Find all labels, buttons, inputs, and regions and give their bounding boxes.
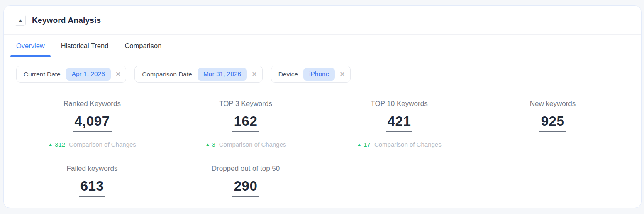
stats-grid: Ranked Keywords 4,097 ▲ 312 Comparison o… bbox=[4, 100, 641, 197]
stat-new-keywords: New keywords 925 bbox=[476, 100, 629, 148]
stat-value-link[interactable]: 925 bbox=[539, 113, 566, 132]
filter-chip-comparison-date: Comparison Date Mar 31, 2026 ✕ bbox=[134, 66, 262, 83]
stat-label: Ranked Keywords bbox=[15, 100, 169, 108]
filter-chip-current-date: Current Date Apr 1, 2026 ✕ bbox=[16, 66, 126, 83]
change-delta-value: 3 bbox=[212, 141, 215, 148]
stat-label: New keywords bbox=[476, 100, 629, 108]
up-triangle-icon: ▲ bbox=[48, 142, 53, 147]
change-delta-link[interactable]: ▲ 3 bbox=[205, 141, 215, 148]
comparison-date-value[interactable]: Mar 31, 2026 bbox=[198, 68, 247, 81]
device-value[interactable]: iPhone bbox=[303, 68, 335, 81]
filter-row: Current Date Apr 1, 2026 ✕ Comparison Da… bbox=[4, 57, 641, 83]
stat-failed-keywords: Failed keywords 613 bbox=[15, 165, 169, 197]
tab-historical-trend[interactable]: Historical Trend bbox=[55, 35, 115, 57]
stat-value-link[interactable]: 290 bbox=[232, 178, 259, 197]
collapse-triangle-icon: ▲ bbox=[17, 18, 22, 22]
filter-chip-device: Device iPhone ✕ bbox=[271, 66, 351, 83]
collapse-panel-button[interactable]: ▲ bbox=[15, 15, 26, 26]
change-caption: Comparison of Changes bbox=[219, 141, 286, 148]
stat-value-link[interactable]: 4,097 bbox=[73, 113, 111, 132]
change-delta-link[interactable]: ▲ 312 bbox=[48, 141, 65, 148]
tab-overview[interactable]: Overview bbox=[10, 35, 51, 57]
current-date-value[interactable]: Apr 1, 2026 bbox=[66, 68, 111, 81]
stat-label: TOP 10 Keywords bbox=[322, 100, 476, 108]
tab-comparison[interactable]: Comparison bbox=[119, 35, 167, 57]
stat-dropped-top50: Dropped out of top 50 290 bbox=[169, 165, 322, 197]
filter-label: Current Date bbox=[24, 71, 61, 78]
stat-value-link[interactable]: 162 bbox=[232, 113, 259, 132]
filter-label: Comparison Date bbox=[142, 71, 192, 78]
panel-header: ▲ Keyword Analysis bbox=[4, 6, 641, 35]
stat-value-link[interactable]: 421 bbox=[386, 113, 413, 132]
change-delta-value: 312 bbox=[55, 141, 65, 148]
keyword-analysis-panel: ▲ Keyword Analysis Overview Historical T… bbox=[3, 5, 642, 208]
stat-change-row: ▲ 17 Comparison of Changes bbox=[322, 141, 476, 148]
up-triangle-icon: ▲ bbox=[356, 142, 362, 147]
close-icon[interactable]: ✕ bbox=[251, 71, 257, 78]
stat-top10-keywords: TOP 10 Keywords 421 ▲ 17 Comparison of C… bbox=[322, 100, 476, 148]
change-caption: Comparison of Changes bbox=[374, 141, 442, 148]
stat-change-row: ▲ 3 Comparison of Changes bbox=[169, 141, 322, 148]
change-delta-value: 17 bbox=[363, 141, 371, 148]
close-icon[interactable]: ✕ bbox=[115, 71, 121, 78]
stat-value-link[interactable]: 613 bbox=[79, 178, 106, 197]
stat-ranked-keywords: Ranked Keywords 4,097 ▲ 312 Comparison o… bbox=[15, 100, 169, 148]
stat-label: Dropped out of top 50 bbox=[169, 165, 322, 173]
change-caption: Comparison of Changes bbox=[69, 141, 136, 148]
stat-top3-keywords: TOP 3 Keywords 162 ▲ 3 Comparison of Cha… bbox=[169, 100, 322, 148]
stat-label: TOP 3 Keywords bbox=[169, 100, 322, 108]
filter-label: Device bbox=[278, 71, 298, 78]
stat-label: Failed keywords bbox=[15, 165, 169, 173]
up-triangle-icon: ▲ bbox=[205, 142, 210, 147]
panel-title: Keyword Analysis bbox=[32, 16, 101, 25]
close-icon[interactable]: ✕ bbox=[339, 71, 345, 78]
change-delta-link[interactable]: ▲ 17 bbox=[357, 141, 371, 148]
tab-bar: Overview Historical Trend Comparison bbox=[4, 35, 641, 57]
stat-change-row: ▲ 312 Comparison of Changes bbox=[15, 141, 169, 148]
